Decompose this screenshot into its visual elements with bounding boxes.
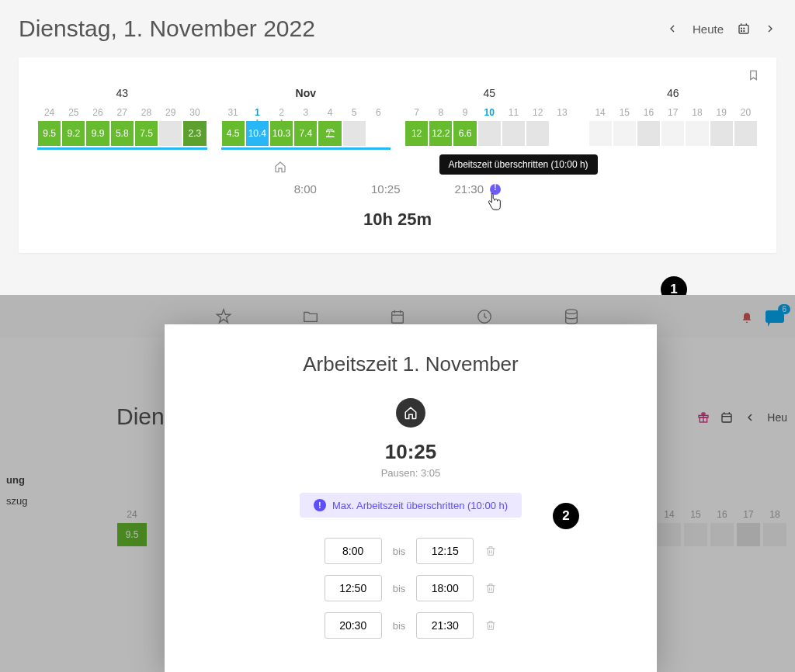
day-number[interactable]: 3: [293, 107, 318, 121]
time-row: bis: [325, 575, 498, 601]
weeks-row: 43242526272829309.59.29.95.87.52.3Nov311…: [37, 79, 758, 150]
bookmark-icon[interactable]: [748, 68, 759, 82]
cursor-hand-icon: [486, 193, 503, 213]
svg-rect-2: [743, 28, 745, 29]
day-number[interactable]: 12: [526, 107, 550, 121]
day-cell[interactable]: [710, 121, 733, 146]
tooltip: Arbeitszeit überschritten (10:00 h): [439, 154, 598, 175]
modal-pauses: Pausen: 3:05: [381, 467, 441, 479]
day-number[interactable]: 31: [221, 107, 245, 121]
day-number[interactable]: 26: [85, 107, 109, 121]
day-cell[interactable]: [661, 121, 684, 146]
day-number[interactable]: 19: [710, 107, 734, 121]
date-nav: Heute: [666, 23, 776, 36]
week-block: 43242526272829309.59.29.95.87.52.3: [37, 87, 207, 150]
total-duration: 10h 25m: [363, 210, 432, 230]
day-cell[interactable]: 5.8: [111, 121, 134, 146]
today-button[interactable]: Heute: [693, 23, 724, 36]
day-cell[interactable]: 6.6: [453, 121, 476, 146]
day-number[interactable]: 6: [366, 107, 391, 121]
day-number[interactable]: 11: [502, 107, 526, 121]
day-number[interactable]: 28: [134, 107, 158, 121]
svg-rect-4: [743, 30, 745, 32]
day-number[interactable]: 4: [318, 107, 342, 121]
day-cell[interactable]: [613, 121, 636, 146]
week-label: Nov: [221, 87, 391, 99]
time-row: bis: [325, 538, 498, 564]
day-number[interactable]: 8: [429, 107, 453, 121]
time-from-input[interactable]: [325, 612, 382, 639]
day-cell[interactable]: 9.9: [86, 121, 109, 146]
day-cell[interactable]: 4.5: [222, 121, 245, 146]
home-icon: [274, 161, 286, 173]
svg-rect-3: [741, 30, 742, 32]
day-cell[interactable]: 7.4: [294, 121, 317, 146]
day-cell[interactable]: [550, 121, 573, 146]
week-block: Nov311234564.5•10.4•10.37.4⛱: [221, 87, 391, 150]
day-cell[interactable]: [686, 121, 708, 146]
day-number[interactable]: 27: [110, 107, 134, 121]
day-cell[interactable]: [367, 121, 390, 146]
calendar-icon[interactable]: [738, 23, 750, 35]
day-cell[interactable]: [734, 121, 757, 146]
day-cell[interactable]: [637, 121, 660, 146]
time-row: bis: [325, 612, 498, 639]
bis-label: bis: [393, 620, 406, 632]
bis-label: bis: [393, 546, 406, 557]
time-from-input[interactable]: [325, 575, 382, 601]
day-number[interactable]: 18: [685, 107, 709, 121]
day-cell[interactable]: [478, 121, 501, 146]
day-cell[interactable]: [502, 121, 525, 146]
day-number[interactable]: 30: [182, 107, 207, 121]
week-label: 45: [404, 87, 575, 99]
day-cell[interactable]: 12.2: [429, 121, 452, 146]
day-cell[interactable]: ⛱: [318, 121, 341, 146]
day-number[interactable]: 17: [661, 107, 685, 121]
day-number[interactable]: 9: [453, 107, 477, 121]
trash-icon[interactable]: [484, 582, 497, 594]
modal-title: Arbeitszeit 1. November: [303, 352, 518, 376]
timeline-zone: 8:00 10:25 21:30 Arbeitszeit überschritt…: [37, 182, 758, 230]
day-cell[interactable]: [589, 121, 612, 146]
time-to-input[interactable]: [416, 612, 474, 639]
day-cell[interactable]: 7.5: [135, 121, 158, 146]
timeline: 8:00 10:25 21:30 Arbeitszeit überschritt…: [294, 182, 501, 196]
weeks-card: 43242526272829309.59.29.95.87.52.3Nov311…: [19, 57, 776, 253]
time-to-input[interactable]: [416, 575, 474, 601]
day-number[interactable]: 29: [158, 107, 182, 121]
date-header-row: Dienstag, 1. November 2022 Heute: [19, 16, 776, 42]
warning-pill: ! Max. Arbeitszeit überschritten (10:00 …: [300, 493, 522, 518]
day-cell[interactable]: 2.3: [183, 121, 206, 146]
trash-icon[interactable]: [484, 619, 497, 632]
day-number[interactable]: 24: [37, 107, 61, 121]
day-number[interactable]: 5: [342, 107, 366, 121]
day-number[interactable]: 15: [613, 107, 637, 121]
day-cell[interactable]: 9.2: [62, 121, 85, 146]
day-cell[interactable]: •10.4: [246, 121, 269, 146]
worktime-modal: Arbeitszeit 1. November 10:25 Pausen: 3:…: [165, 324, 657, 672]
prev-arrow-icon[interactable]: [666, 23, 679, 35]
next-arrow-icon[interactable]: [764, 23, 776, 35]
day-cell[interactable]: [526, 121, 549, 146]
day-number[interactable]: 20: [734, 107, 758, 121]
day-number[interactable]: 16: [637, 107, 661, 121]
day-number[interactable]: 14: [588, 107, 613, 121]
day-number[interactable]: 13: [550, 107, 574, 121]
day-cell[interactable]: 12: [405, 121, 428, 146]
timeline-t2: 10:25: [371, 182, 401, 196]
day-number[interactable]: 7: [404, 107, 429, 121]
time-rows: bisbisbis: [325, 538, 498, 639]
day-cell[interactable]: 9.5: [38, 121, 61, 146]
day-cell[interactable]: [159, 121, 182, 146]
time-to-input[interactable]: [416, 538, 474, 564]
day-cell[interactable]: •10.3: [270, 121, 293, 146]
page-title: Dienstag, 1. November 2022: [19, 16, 315, 42]
time-from-input[interactable]: [325, 538, 382, 564]
top-section: Dienstag, 1. November 2022 Heute 4324252…: [0, 0, 795, 253]
day-number[interactable]: 25: [61, 107, 85, 121]
day-cell[interactable]: [343, 121, 366, 146]
trash-icon[interactable]: [484, 545, 497, 557]
day-number[interactable]: 10: [477, 107, 502, 121]
home-circle-icon[interactable]: [396, 398, 425, 428]
annotation-marker-2: 2: [553, 503, 579, 529]
